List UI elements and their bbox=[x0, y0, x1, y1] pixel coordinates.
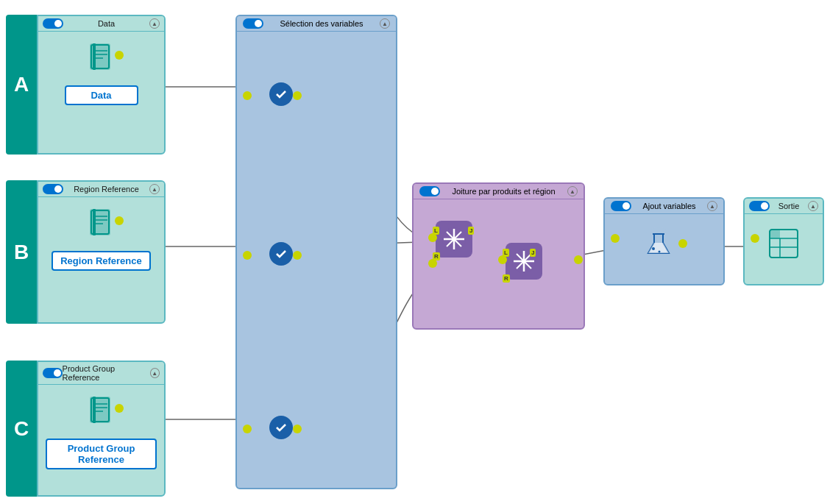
ajout-panel: Ajout variables ▲ bbox=[603, 197, 725, 285]
letter-tab-B: B bbox=[6, 180, 37, 324]
ajout-header: Ajout variables ▲ bbox=[605, 199, 723, 214]
node-title-A: Data bbox=[98, 19, 115, 28]
selection-header: Sélection des variables ▲ bbox=[237, 16, 396, 32]
node-label-B: Region Reference bbox=[52, 251, 151, 271]
selection-panel: Sélection des variables ▲ bbox=[235, 15, 397, 489]
chevron-selection[interactable]: ▲ bbox=[380, 18, 390, 29]
connector-C-out bbox=[115, 404, 124, 413]
join-node-1[interactable] bbox=[436, 221, 472, 258]
chevron-C[interactable]: ▲ bbox=[150, 368, 160, 378]
connector-sel-B-in bbox=[243, 251, 252, 260]
chevron-B[interactable]: ▲ bbox=[149, 184, 160, 194]
svg-rect-43 bbox=[770, 230, 780, 238]
table-icon bbox=[767, 227, 801, 260]
node-card-C: Product Group Reference ▲ bbox=[37, 361, 166, 497]
book-icon-B bbox=[85, 206, 118, 245]
chevron-join[interactable]: ▲ bbox=[567, 186, 578, 196]
connector-check-B-out bbox=[293, 251, 302, 260]
connector-ajout-in bbox=[611, 234, 620, 243]
label-J1: J bbox=[468, 227, 474, 235]
book-icon-C bbox=[85, 394, 118, 433]
node-group-B: B Region Reference ▲ bbox=[6, 180, 166, 324]
check-circle-C[interactable] bbox=[269, 416, 293, 439]
connector-join-R-in bbox=[428, 259, 437, 268]
connector-B-out bbox=[115, 216, 124, 225]
selection-title: Sélection des variables bbox=[280, 19, 363, 28]
svg-point-37 bbox=[652, 247, 655, 250]
workflow-canvas: A Data ▲ bbox=[0, 0, 830, 504]
connector-join-L-in bbox=[428, 233, 437, 242]
svg-rect-24 bbox=[93, 397, 96, 423]
sortie-panel: Sortie ▲ bbox=[743, 197, 824, 285]
toggle-sortie[interactable] bbox=[749, 201, 770, 211]
connector-join-out bbox=[574, 255, 583, 264]
node-group-C: C Product Group Reference ▲ bbox=[6, 361, 166, 497]
sortie-title: Sortie bbox=[778, 202, 800, 210]
connector-sortie-in bbox=[751, 234, 759, 243]
label-J2: J bbox=[530, 249, 536, 257]
join-header: Joiture par produits et région ▲ bbox=[414, 184, 584, 199]
join-title: Joiture par produits et région bbox=[452, 187, 555, 196]
flask-icon bbox=[642, 227, 675, 260]
svg-rect-12 bbox=[93, 43, 96, 70]
ajout-title: Ajout variables bbox=[642, 202, 695, 210]
toggle-selection[interactable] bbox=[243, 18, 263, 29]
node-body-A: Data bbox=[38, 32, 164, 153]
connector-join-mid bbox=[498, 255, 507, 264]
node-body-B: Region Reference bbox=[38, 197, 164, 322]
chevron-A[interactable]: ▲ bbox=[149, 18, 160, 29]
node-card-B: Region Reference ▲ bbox=[37, 180, 166, 324]
book-icon-A bbox=[85, 40, 118, 79]
join-node-2[interactable] bbox=[506, 243, 542, 280]
connector-A-out bbox=[115, 51, 124, 60]
toggle-C[interactable] bbox=[43, 368, 63, 378]
node-title-C: Product Group Reference bbox=[63, 364, 150, 382]
connector-sel-A-in bbox=[243, 91, 252, 100]
node-header-C: Product Group Reference ▲ bbox=[38, 362, 164, 385]
node-label-A: Data bbox=[65, 85, 138, 105]
node-group-A: A Data ▲ bbox=[6, 15, 166, 155]
connector-sel-C-in bbox=[243, 425, 252, 433]
label-R2: R bbox=[503, 274, 510, 283]
letter-tab-A: A bbox=[6, 15, 37, 155]
toggle-ajout[interactable] bbox=[611, 201, 631, 211]
node-body-C: Product Group Reference bbox=[38, 385, 164, 495]
node-card-A: Data ▲ bbox=[37, 15, 166, 155]
toggle-A[interactable] bbox=[43, 18, 63, 29]
svg-rect-18 bbox=[93, 209, 96, 235]
connector-ajout-out bbox=[678, 239, 687, 248]
toggle-B[interactable] bbox=[43, 184, 63, 194]
letter-tab-C: C bbox=[6, 361, 37, 497]
node-header-B: Region Reference ▲ bbox=[38, 182, 164, 197]
node-title-B: Region Reference bbox=[74, 185, 139, 194]
sortie-header: Sortie ▲ bbox=[745, 199, 823, 214]
node-header-A: Data ▲ bbox=[38, 16, 164, 32]
join-panel: Joiture par produits et région ▲ L J R bbox=[412, 182, 585, 330]
node-label-C: Product Group Reference bbox=[46, 439, 157, 469]
chevron-ajout[interactable]: ▲ bbox=[707, 201, 717, 211]
check-circle-A[interactable] bbox=[269, 82, 293, 106]
chevron-sortie[interactable]: ▲ bbox=[808, 201, 818, 211]
check-circle-B[interactable] bbox=[269, 242, 293, 266]
connector-check-C-out bbox=[293, 425, 302, 433]
toggle-join[interactable] bbox=[419, 186, 440, 196]
svg-point-38 bbox=[658, 251, 660, 253]
connector-check-A-out bbox=[293, 91, 302, 100]
